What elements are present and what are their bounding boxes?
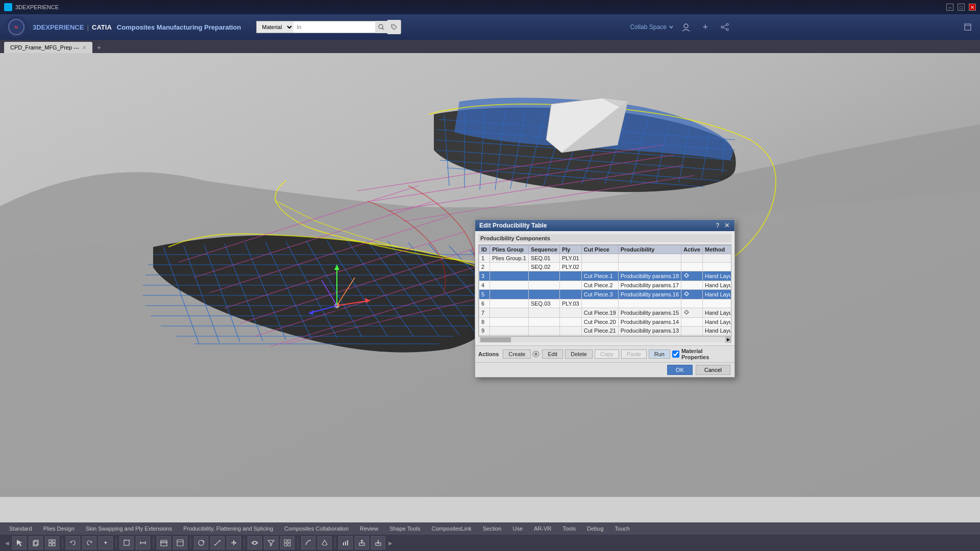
menu-tab-composites-collaboration[interactable]: Composites Collaboration (279, 523, 354, 534)
separator-2 (116, 538, 116, 548)
expand-icon-btn[interactable] (961, 20, 975, 34)
menu-tab-producibility--flattening-and-splicing[interactable]: Producibility, Flattening and Splicing (178, 523, 278, 534)
run-button[interactable]: Run (649, 349, 670, 359)
svg-point-5 (721, 26, 723, 28)
delete-button[interactable]: Delete (565, 349, 593, 359)
menu-tab-touch[interactable]: Touch (609, 523, 634, 534)
grid-icon (284, 539, 291, 546)
menu-tab-use[interactable]: Use (507, 523, 528, 534)
table-row[interactable]: 2SEQ.02PLY.02 (479, 263, 732, 271)
brand-product: Composites Manufacturing Preparation (117, 23, 241, 31)
table-row[interactable]: 7Cut Piece.19Producibility params.15Hand… (479, 308, 732, 318)
menu-tab-ar-vr[interactable]: AR-VR (529, 523, 556, 534)
tool-layer-2[interactable] (173, 536, 187, 549)
tool-scale[interactable] (210, 536, 225, 549)
ok-button[interactable]: OK (667, 365, 693, 375)
analyze-icon (342, 539, 349, 546)
tab-add-button[interactable]: + (93, 42, 105, 53)
table-row[interactable]: 9Cut Piece.21Producibility params.13Hand… (479, 327, 732, 335)
table-row[interactable]: 3Cut Piece.1Producibility params.18Hand … (479, 271, 732, 281)
table-row[interactable]: 1Plies Group.1SEQ.01PLY.01 (479, 254, 732, 263)
copy-button[interactable]: Copy (595, 349, 619, 359)
col-plies-group: Plies Group (490, 245, 529, 254)
table-row[interactable]: 6SEQ.03PLY.03 (479, 299, 732, 308)
search-button[interactable] (375, 21, 387, 33)
toolbar-right-arrow[interactable]: ▶ (387, 536, 394, 549)
horizontal-scrollbar[interactable]: ▶ (478, 336, 731, 342)
tag-icon (390, 23, 398, 31)
svg-rect-120 (347, 540, 348, 545)
close-button[interactable]: ✕ (969, 4, 976, 11)
tool-export[interactable] (355, 536, 369, 549)
table-row[interactable]: 4Cut Piece.2Producibility params.17Hand … (479, 281, 732, 290)
cancel-button[interactable]: Cancel (696, 365, 730, 375)
tool-filter[interactable] (264, 536, 278, 549)
tool-layer-1[interactable] (157, 536, 171, 549)
edit-button[interactable]: Edit (542, 349, 563, 359)
tab-0-close[interactable]: ✕ (82, 45, 86, 51)
separator-1 (62, 538, 63, 548)
minimize-button[interactable]: – (946, 4, 953, 11)
menu-tab-shape-tools[interactable]: Shape Tools (384, 523, 425, 534)
menu-tab-review[interactable]: Review (355, 523, 383, 534)
maximize-button[interactable]: □ (958, 4, 965, 11)
scale-icon (214, 539, 221, 546)
user-icon-btn[interactable] (679, 20, 693, 34)
tool-surface[interactable] (317, 536, 332, 549)
share-icon-btn[interactable] (718, 20, 732, 34)
menu-tab-section[interactable]: Section (478, 523, 507, 534)
title-bar-text: 3DEXPERIENCE (15, 4, 59, 10)
svg-line-7 (723, 25, 726, 27)
svg-point-81 (685, 274, 688, 277)
search-input[interactable] (293, 24, 375, 30)
menu-tab-tools[interactable]: Tools (557, 523, 581, 534)
toolbar-left-arrow[interactable]: ◀ (4, 536, 10, 549)
svg-point-6 (726, 29, 728, 31)
create-icon (532, 350, 540, 358)
tool-grid[interactable] (280, 536, 295, 549)
compass[interactable]: N (5, 16, 28, 38)
dialog-help-button[interactable]: ? (714, 222, 721, 229)
paste-button[interactable]: Paste (621, 349, 647, 359)
tool-axis[interactable] (227, 536, 241, 549)
collab-space[interactable]: Collab Space (630, 23, 673, 31)
svg-point-82 (685, 292, 688, 295)
add-icon-btn[interactable]: + (698, 20, 713, 34)
brand-logo: 3DEXPERIENCE | CATIA Composites Manufact… (33, 23, 241, 31)
tool-select[interactable] (12, 536, 27, 549)
search-filter-select[interactable]: Material (257, 21, 293, 33)
tool-view-3d[interactable] (119, 536, 134, 549)
tool-undo-more[interactable]: ▼ (99, 536, 113, 549)
title-bar-controls: – □ ✕ (946, 4, 976, 11)
h-scroll-thumb[interactable] (480, 337, 511, 342)
tool-group[interactable] (45, 536, 59, 549)
svg-line-96 (129, 539, 130, 540)
menu-tab-plies-design[interactable]: Plies Design (38, 523, 80, 534)
tool-undo[interactable] (66, 536, 80, 549)
run-checkbox[interactable] (672, 350, 679, 358)
measure-icon (139, 539, 146, 546)
table-row[interactable]: 8Cut Piece.20Producibility params.14Hand… (479, 318, 732, 327)
table-row[interactable]: 5Cut Piece.3Producibility params.16Hand … (479, 290, 732, 299)
tab-0[interactable]: CPD_Frame_MFG_Prep --- ✕ (4, 42, 92, 53)
svg-rect-86 (33, 541, 37, 546)
menu-tab-standard[interactable]: Standard (4, 523, 37, 534)
tool-import[interactable] (371, 536, 385, 549)
tool-copy[interactable] (29, 536, 43, 549)
menu-tab-skin-swapping-and-ply-extensions[interactable]: Skin Swapping and Ply Extensions (81, 523, 177, 534)
create-button[interactable]: Create (503, 349, 531, 359)
tool-analyze[interactable] (338, 536, 353, 549)
tool-redo[interactable] (82, 536, 96, 549)
tool-measure[interactable] (136, 536, 150, 549)
tool-show-hide[interactable] (248, 536, 262, 549)
h-scroll-right-btn[interactable]: ▶ (725, 337, 731, 343)
menu-tab-debug[interactable]: Debug (582, 523, 608, 534)
tool-rotate[interactable] (194, 536, 208, 549)
tag-button[interactable] (387, 20, 401, 34)
menu-tab-compositeslink[interactable]: CompositesLink (426, 523, 476, 534)
table-scroll-wrapper[interactable]: ID Plies Group Sequence Ply Cut Piece Pr… (478, 244, 731, 336)
collab-space-label: Collab Space (630, 23, 666, 31)
tool-curve[interactable] (301, 536, 315, 549)
table-header-row: ID Plies Group Sequence Ply Cut Piece Pr… (479, 245, 732, 254)
dialog-close-button[interactable]: ✕ (723, 222, 730, 229)
